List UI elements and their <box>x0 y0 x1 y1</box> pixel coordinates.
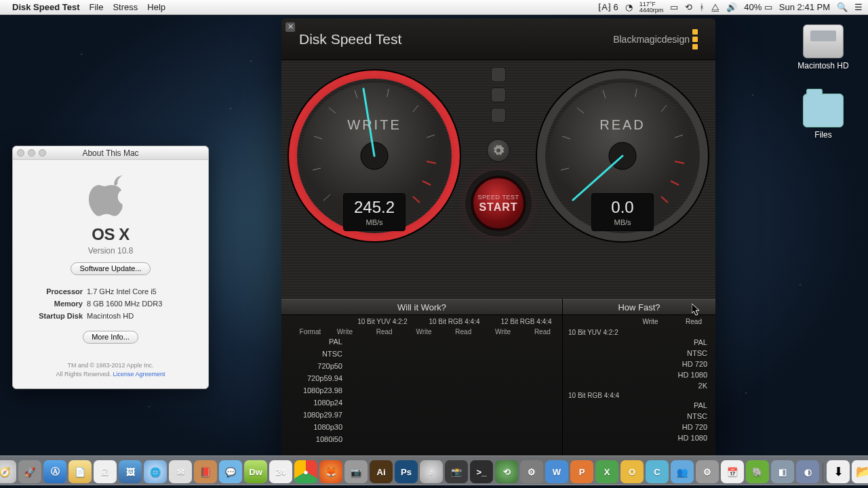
will-it-work-header: Will it Work? <box>281 299 562 315</box>
app-menu[interactable]: Disk Speed Test <box>12 2 79 12</box>
write-gauge: WRITE 245.2 MB/s <box>287 68 462 243</box>
dock-app-itunes[interactable]: ♪ <box>420 460 443 483</box>
license-agreement-link[interactable]: License Agreement <box>113 371 165 378</box>
adobe-indicator[interactable]: ⁅A⁆ 6 <box>598 2 618 12</box>
dock-app-reminders[interactable]: ☑ <box>94 460 117 483</box>
table-row: 1080p30 <box>281 421 562 433</box>
close-button[interactable]: ✕ <box>285 22 295 32</box>
dock-app-safari2[interactable]: 🌐 <box>144 460 167 483</box>
menu-help[interactable]: Help <box>147 2 165 12</box>
icon-label: Macintosh HD <box>796 61 850 70</box>
value-startup: Macintosh HD <box>87 312 134 320</box>
dock-app-excel[interactable]: X <box>595 460 618 483</box>
table-row: NTSC <box>563 348 715 359</box>
table-row: NTSC <box>563 411 715 422</box>
will-it-work-panel: Will it Work? 10 Bit YUV 4:2:2 10 Bit RG… <box>281 299 562 458</box>
dock-documents[interactable]: 📂 <box>852 460 868 483</box>
dock-app-messenger[interactable]: 👥 <box>671 460 694 483</box>
about-titlebar[interactable]: About This Mac <box>13 146 208 160</box>
dock-app-launchpad[interactable]: 🚀 <box>18 460 41 483</box>
dock-downloads[interactable]: ⬇ <box>827 460 850 483</box>
traffic-light-min[interactable] <box>28 149 35 157</box>
display-icon[interactable]: ▭ <box>670 2 678 12</box>
settings-button[interactable] <box>487 139 510 162</box>
more-info-button[interactable]: More Info... <box>83 331 138 344</box>
dock-app-terminal[interactable]: >_ <box>470 460 493 483</box>
wifi-icon[interactable]: ⧋ <box>711 2 719 13</box>
dock-app-chrome[interactable]: ● <box>294 460 317 483</box>
dock-app-app1[interactable]: ◧ <box>771 460 794 483</box>
software-update-button[interactable]: Software Update... <box>71 262 150 275</box>
table-row: 1080p29.97 <box>281 409 562 421</box>
about-this-mac-window: About This Mac OS X Version 10.8 Softwar… <box>12 146 209 389</box>
dock-app-contacts[interactable]: 📕 <box>194 460 217 483</box>
value-memory: 8 GB 1600 MHz DDR3 <box>87 300 162 308</box>
dock-app-calendar2[interactable]: 📅 <box>721 460 744 483</box>
bluetooth-icon[interactable]: ᚼ <box>699 2 705 12</box>
dock-app-calendar[interactable]: 24 <box>269 460 292 483</box>
dock-app-photoshop[interactable]: Ps <box>395 460 418 483</box>
dock-app-iphoto[interactable]: 📸 <box>445 460 468 483</box>
read-display: 0.0 MB/s <box>591 193 654 231</box>
timemachine-menubar-icon[interactable]: ⟲ <box>685 2 692 12</box>
table-row: NTSC <box>281 348 562 360</box>
about-footer: TM and © 1983-2012 Apple Inc. All Rights… <box>22 361 199 379</box>
dock-app-notes[interactable]: 📄 <box>68 460 92 483</box>
table-row: HD 720 <box>563 359 715 369</box>
table-row: PAL <box>563 337 715 348</box>
dock-app-dreamweaver[interactable]: Dw <box>244 460 267 483</box>
label-startup: Startup Disk <box>22 312 87 320</box>
label-memory: Memory <box>22 300 87 308</box>
spotlight-icon[interactable]: 🔍 <box>837 2 848 12</box>
write-display: 245.2 MB/s <box>343 193 406 231</box>
dock-app-activity[interactable]: ⚙ <box>520 460 543 483</box>
dock-app-app2[interactable]: ◐ <box>796 460 819 483</box>
os-version: Version 10.8 <box>22 246 199 256</box>
dock-app-illustrator[interactable]: Ai <box>370 460 393 483</box>
traffic-light-zoom[interactable] <box>39 149 46 157</box>
menu-file[interactable]: File <box>89 2 103 12</box>
volume-icon[interactable]: 🔊 <box>726 2 737 12</box>
dock-app-mail[interactable]: ✉ <box>169 460 192 483</box>
start-button[interactable]: SPEED TEST START <box>471 176 526 231</box>
brand-logo: Blackmagicdesign <box>613 29 698 49</box>
read-value: 0.0 <box>592 198 653 217</box>
dock-app-evernote[interactable]: 🐘 <box>746 460 769 483</box>
table-row: 1080i50 <box>281 433 562 445</box>
dock-app-firefox[interactable]: 🦊 <box>319 460 342 483</box>
segment-indicator-3 <box>491 108 506 123</box>
dock-app-grab[interactable]: 📷 <box>344 460 368 483</box>
table-row: HD 720 <box>563 422 715 432</box>
dock-app-communicator[interactable]: C <box>646 460 669 483</box>
menu-stress[interactable]: Stress <box>113 2 138 12</box>
segment-indicator-1 <box>491 67 506 82</box>
notification-center-icon[interactable]: ☰ <box>854 2 863 12</box>
table-row: 1080p24 <box>281 396 562 409</box>
dock-app-word[interactable]: W <box>545 460 568 483</box>
label-processor: Processor <box>22 287 87 296</box>
temp-fan-indicator[interactable]: 117°F4440rpm <box>639 1 664 14</box>
how-fast-panel: How Fast? Write Read 10 Bit YUV 4:2:2PAL… <box>562 299 715 458</box>
table-row: 720p50 <box>281 360 562 372</box>
battery-indicator[interactable]: 40% ▭ <box>744 2 772 12</box>
dock-app-outlook[interactable]: O <box>620 460 644 483</box>
dock-app-sysprefs[interactable]: ⚙ <box>696 460 719 483</box>
dock-app-timemachine[interactable]: ⟲ <box>495 460 518 483</box>
table-row: HD 1080 <box>563 432 715 443</box>
dock-app-preview[interactable]: 🖼 <box>119 460 142 483</box>
dock-app-powerpoint[interactable]: P <box>570 460 593 483</box>
istat-icon[interactable]: ◔ <box>625 2 633 12</box>
dock-app-ichat[interactable]: 💬 <box>219 460 242 483</box>
clock[interactable]: Sun 2:41 PM <box>779 2 830 12</box>
traffic-light-close[interactable] <box>17 149 24 157</box>
table-row: PAL <box>563 400 715 411</box>
table-row: 1080p23.98 <box>281 384 562 396</box>
table-row: HD 1080 <box>563 369 715 380</box>
write-value: 245.2 <box>344 198 405 217</box>
dock-app-safari[interactable]: 🧭 <box>0 460 16 483</box>
dock-app-appstore[interactable]: Ⓐ <box>43 460 66 483</box>
window-title: Disk Speed Test <box>299 31 401 47</box>
desktop-icon-files[interactable]: Files <box>796 94 850 140</box>
desktop-icon-macintosh-hd[interactable]: Macintosh HD <box>796 24 850 70</box>
table-row: 720p59.94 <box>281 372 562 384</box>
